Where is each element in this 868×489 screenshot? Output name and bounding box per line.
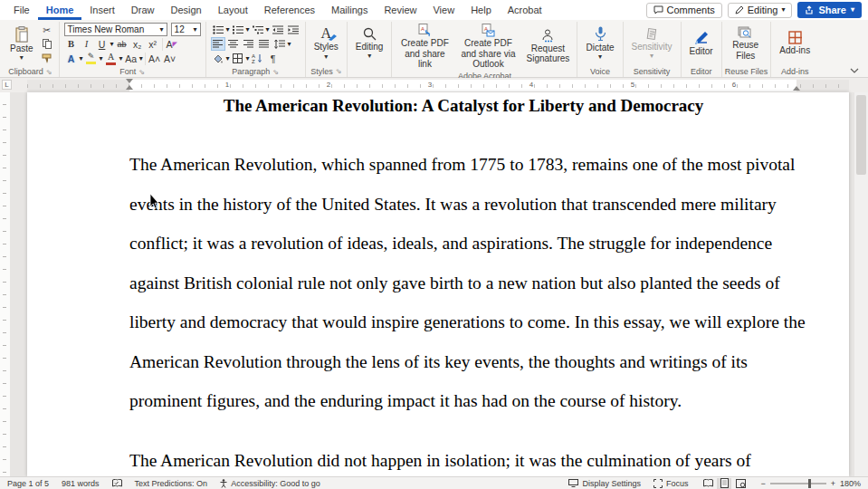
numbering-button[interactable] (231, 23, 245, 36)
chevron-down-icon[interactable]: ▾ (288, 41, 291, 48)
text-effects-button[interactable]: A (64, 52, 79, 65)
show-hide-pilcrow-button[interactable]: ¶ (266, 52, 281, 65)
chevron-down-icon[interactable]: ▾ (100, 55, 103, 62)
share-button[interactable]: Share ▾ (797, 2, 862, 18)
editing-mode-button[interactable]: Editing ▾ (728, 3, 793, 18)
document-page[interactable]: The American Revolution: A Catalyst for … (27, 92, 849, 476)
request-signatures-button[interactable]: Request Signatures (523, 23, 572, 71)
increase-indent-button[interactable] (286, 23, 300, 36)
styles-button[interactable]: A Styles ▾ (310, 23, 342, 64)
styles-dialog-launcher-icon[interactable]: ⇘ (336, 67, 342, 75)
chevron-down-icon[interactable]: ▾ (246, 26, 250, 34)
tab-insert[interactable]: Insert (81, 0, 123, 20)
create-pdf-outlook-button[interactable]: A Create PDF and share via Outlook (455, 23, 520, 71)
align-left-button[interactable] (211, 37, 225, 51)
dictate-button[interactable]: Dictate ▾ (582, 23, 617, 64)
bold-button[interactable]: B (64, 37, 79, 51)
body-line[interactable]: American Revolution through the lens of … (129, 342, 806, 382)
display-settings-button[interactable]: Display Settings (568, 479, 641, 488)
right-indent-marker[interactable] (793, 82, 800, 91)
zoom-slider[interactable] (770, 483, 826, 484)
chevron-down-icon[interactable]: ▾ (266, 26, 270, 34)
body-line[interactable]: The American Revolution did not happen i… (129, 441, 806, 481)
tab-references[interactable]: References (256, 0, 323, 20)
grow-font-button[interactable]: A˄ (148, 52, 162, 65)
accessibility-status[interactable]: Accessibility: Good to go (220, 479, 320, 488)
superscript-button[interactable]: x² (146, 37, 160, 51)
paste-button[interactable]: Paste ▾ (6, 23, 37, 65)
font-size-combobox[interactable]: 12 ▾ (171, 23, 201, 36)
tab-review[interactable]: Review (376, 0, 424, 20)
subscript-button[interactable]: x₂ (130, 37, 145, 51)
copy-button[interactable] (40, 37, 54, 51)
format-painter-button[interactable] (40, 52, 54, 65)
page-indicator[interactable]: Page 1 of 5 (7, 479, 49, 488)
multilevel-list-button[interactable] (251, 23, 265, 36)
tab-layout[interactable]: Layout (210, 0, 256, 20)
tab-mailings[interactable]: Mailings (323, 0, 376, 20)
read-mode-view-button[interactable] (701, 478, 715, 489)
chevron-down-icon[interactable]: ▾ (226, 26, 230, 34)
horizontal-ruler[interactable]: 1 2 3 4 5 6 (27, 80, 849, 91)
decrease-indent-button[interactable] (271, 23, 285, 36)
chevron-down-icon[interactable]: ▾ (80, 55, 83, 62)
chevron-down-icon[interactable]: ▾ (110, 41, 114, 48)
document-body[interactable]: The American Revolution, which spanned f… (129, 145, 806, 480)
body-line[interactable]: prominent figures, and the enduring impa… (129, 381, 806, 421)
shrink-font-button[interactable]: A˅ (163, 52, 177, 65)
chevron-down-icon[interactable]: ▾ (226, 55, 230, 62)
document-title[interactable]: The American Revolution: A Catalyst for … (129, 96, 797, 116)
font-color-button[interactable]: A (104, 52, 119, 65)
tab-draw[interactable]: Draw (123, 0, 163, 20)
tab-file[interactable]: File (5, 0, 38, 20)
strikethrough-button[interactable]: ab (115, 37, 129, 51)
chevron-down-icon[interactable]: ▾ (246, 55, 250, 62)
underline-button[interactable]: U (95, 37, 110, 51)
cut-button[interactable]: ✂ (40, 23, 54, 36)
zoom-out-button[interactable]: − (760, 479, 765, 488)
tab-help[interactable]: Help (463, 0, 500, 20)
borders-button[interactable] (231, 52, 245, 65)
clear-formatting-button[interactable]: A◤ (165, 37, 179, 51)
chevron-down-icon[interactable]: ▾ (139, 55, 143, 62)
hanging-indent-marker[interactable] (126, 82, 133, 90)
zoom-level[interactable]: 180% (840, 479, 861, 488)
scrollbar-thumb[interactable] (856, 95, 866, 175)
justify-button[interactable] (257, 37, 272, 51)
zoom-in-button[interactable]: + (831, 479, 835, 488)
paragraph-dialog-launcher-icon[interactable]: ⇘ (272, 68, 279, 76)
proofing-status[interactable] (112, 479, 122, 487)
collapse-ribbon-button[interactable] (850, 68, 859, 73)
editor-button[interactable]: Editor (686, 23, 717, 64)
editing-button[interactable]: Editing ▾ (352, 23, 387, 64)
text-predictions[interactable]: Text Predictions: On (135, 479, 208, 488)
web-layout-view-button[interactable] (733, 478, 748, 489)
align-center-button[interactable] (226, 37, 241, 51)
line-spacing-button[interactable] (272, 37, 287, 51)
focus-button[interactable]: Focus (653, 479, 689, 488)
vertical-scrollbar[interactable] (854, 92, 868, 476)
sort-button[interactable]: AZ (251, 52, 265, 65)
tab-home[interactable]: Home (38, 0, 82, 20)
vertical-ruler[interactable] (0, 92, 10, 476)
shading-button[interactable] (211, 52, 225, 65)
highlight-color-button[interactable]: ✎ (84, 52, 99, 65)
tab-view[interactable]: View (424, 0, 463, 20)
body-line[interactable]: against British colonial rule not only g… (129, 264, 806, 303)
tab-design[interactable]: Design (162, 0, 209, 20)
align-right-button[interactable] (242, 37, 256, 51)
bullets-button[interactable] (211, 23, 225, 36)
reuse-files-button[interactable]: Reuse Files (727, 23, 765, 64)
change-case-button[interactable]: Aa (124, 52, 138, 65)
body-line[interactable]: The American Revolution, which spanned f… (129, 145, 806, 185)
font-name-combobox[interactable]: Times New Roman ▾ (64, 23, 167, 36)
body-line[interactable]: events in the history of the United Stat… (129, 185, 806, 225)
word-count[interactable]: 981 words (62, 479, 100, 488)
body-line[interactable]: conflict; it was a revolution of ideas, … (129, 224, 806, 264)
tab-selector[interactable]: L (2, 80, 12, 90)
italic-button[interactable]: I (80, 37, 94, 51)
chevron-down-icon[interactable]: ▾ (119, 55, 123, 62)
zoom-slider-thumb[interactable] (808, 479, 811, 488)
tab-acrobat[interactable]: Acrobat (500, 0, 550, 20)
create-pdf-share-link-button[interactable]: A Create PDF and share link (396, 23, 453, 71)
